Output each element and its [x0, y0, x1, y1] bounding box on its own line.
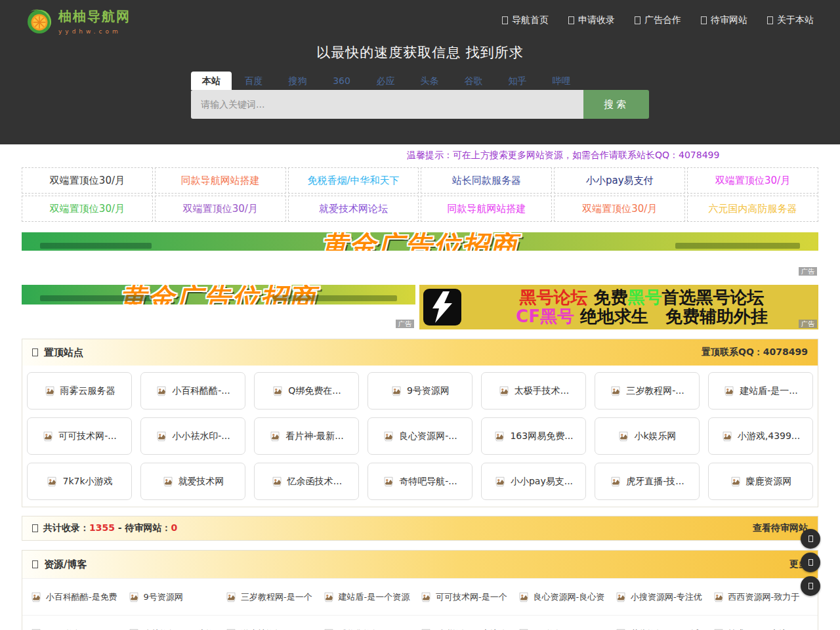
- pinned-site-card-17[interactable]: 忆余函技术...: [254, 463, 359, 500]
- pinned-site-card-14[interactable]: 小游戏,4399...: [708, 417, 813, 455]
- nav-item-label: 申请收录: [578, 14, 615, 26]
- site-name: 良心资源网-...: [399, 430, 457, 442]
- pinned-site-card-8[interactable]: 可可技术网-...: [27, 417, 132, 455]
- ad-link-11[interactable]: 双端置顶位30/月: [554, 196, 685, 222]
- pending-count: 0: [171, 522, 178, 533]
- search-tab-3[interactable]: 搜狗: [276, 72, 320, 90]
- search-tab-1[interactable]: 本站: [191, 72, 232, 90]
- float-button-menu-icon: [808, 583, 813, 589]
- pinned-site-card-16[interactable]: 就爱技术网: [140, 463, 245, 500]
- pinned-site-card-1[interactable]: 雨雾云服务器: [27, 372, 132, 410]
- pinned-site-card-18[interactable]: 奇特吧导航-...: [368, 463, 472, 500]
- logo-title: 柚柚导航网: [58, 8, 131, 26]
- broken-image-icon: [271, 476, 283, 488]
- float-button-contact[interactable]: [801, 553, 820, 572]
- blog-link-2-7[interactable]: 若依资源网_QQ活: [615, 628, 713, 630]
- ad-link-2[interactable]: 同款导航网站搭建: [155, 167, 286, 194]
- ad-link-6[interactable]: 双端置顶位30/月: [687, 167, 818, 194]
- ad-link-3[interactable]: 免税香烟/中华和天下: [288, 167, 419, 194]
- site-header: 柚柚导航网 yydhw.com 导航首页申请收录广告合作待审网站关于本站 以最快…: [0, 0, 840, 144]
- blog-link-1-1[interactable]: 小百科酷酷-是免费: [30, 591, 128, 603]
- blog-link-2-5[interactable]: 胖娣资源网-专注优: [420, 628, 518, 630]
- black-forum-line1: 黑号论坛 免费黑号首选黑号论坛: [468, 288, 816, 307]
- slogan: 以最快的速度获取信息 找到所求: [26, 43, 814, 62]
- blog-link-1-7[interactable]: 小搜资源网-专注优: [615, 591, 713, 603]
- nav-item-2[interactable]: 申请收录: [568, 14, 615, 26]
- search-tabs: 本站百度搜狗360必应头条谷歌知乎哔哩: [191, 72, 649, 90]
- search-tab-7[interactable]: 谷歌: [452, 72, 495, 90]
- nav-item-label: 待审网站: [711, 14, 747, 26]
- blog-rows: 小百科酷酷-是免费9号资源网三岁教程网-是一个建站盾-是一个资源可可技术网-是一…: [22, 578, 818, 630]
- ad-link-5[interactable]: 小小pay易支付: [554, 167, 685, 194]
- ad-link-1[interactable]: 双端置顶位30/月: [22, 167, 153, 194]
- blog-link-1-2[interactable]: 9号资源网: [128, 591, 226, 603]
- nav-item-3[interactable]: 广告合作: [635, 14, 681, 26]
- ad-link-9[interactable]: 就爱技术网论坛: [288, 196, 419, 222]
- blog-link-2-6[interactable]: 9号资源网: [518, 628, 616, 630]
- broken-image-icon: [225, 628, 237, 630]
- ad-link-8[interactable]: 双端置顶位30/月: [155, 196, 286, 222]
- search-input[interactable]: [191, 90, 583, 119]
- nav-item-5[interactable]: 关于本站: [767, 14, 814, 26]
- site-name: 9号资源网: [407, 385, 450, 397]
- banner-wide-strip: 黄金广告位招商: [22, 232, 818, 251]
- site-name: 小小pay易支...: [511, 476, 573, 488]
- broken-image-icon: [128, 628, 140, 630]
- nav-item-label: 关于本站: [777, 14, 814, 26]
- nav-item-4[interactable]: 待审网站: [701, 14, 747, 26]
- pinned-site-card-20[interactable]: 虎牙直播-技...: [595, 463, 700, 500]
- ad-link-12[interactable]: 六元国内高防服务器: [687, 196, 818, 222]
- site-logo[interactable]: 柚柚导航网 yydhw.com: [26, 8, 131, 35]
- blog-link-2-2[interactable]: 小拽资源网-只为资: [128, 628, 226, 630]
- site-name: 小小祛水印-...: [172, 430, 230, 442]
- pinned-site-card-11[interactable]: 良心资源网-...: [368, 417, 472, 455]
- pinned-site-card-5[interactable]: 太极手技术...: [481, 372, 586, 410]
- blog-link-1-8[interactable]: 西西资源网-致力于: [713, 591, 810, 603]
- ad-link-4[interactable]: 站长同款服务器: [421, 167, 552, 194]
- pinned-site-card-19[interactable]: 小小pay易支...: [481, 463, 586, 500]
- pinned-site-card-21[interactable]: 麋鹿资源网: [708, 463, 813, 500]
- blog-link-1-4[interactable]: 建站盾-是一个资源: [323, 591, 421, 603]
- search-tab-4[interactable]: 360: [320, 72, 364, 90]
- search-tab-5[interactable]: 必应: [364, 72, 408, 90]
- blog-link-2-8[interactable]: 技术QQ网-专注QQ: [713, 628, 810, 630]
- nav-item-1[interactable]: 导航首页: [502, 14, 549, 26]
- blog-link-label: 小拽资源网-只为资: [144, 628, 215, 630]
- banner-wide[interactable]: 黄金广告位招商 广告: [22, 232, 818, 277]
- nav-item-icon: [502, 16, 508, 24]
- search-tab-2[interactable]: 百度: [232, 72, 276, 90]
- blog-link-2-3[interactable]: 送来达资源网: [225, 628, 323, 630]
- pinned-site-card-6[interactable]: 三岁教程网-...: [595, 372, 700, 410]
- blog-link-2-1[interactable]: JKUN资源网: [30, 628, 128, 630]
- blog-link-label: 西西资源网-致力于: [728, 591, 800, 603]
- blog-link-1-3[interactable]: 三岁教程网-是一个: [225, 591, 323, 603]
- banner-left[interactable]: 黄金广告位招商 广告: [22, 285, 415, 329]
- blog-link-1-6[interactable]: 良心资源网-良心资: [518, 591, 616, 603]
- banner-black-forum[interactable]: 黑 黑号论坛 免费黑号首选黑号论坛 CF黑号 绝地求生 免费辅助外挂 广告: [419, 285, 818, 329]
- ad-link-7[interactable]: 双端置顶位30/月: [22, 196, 153, 222]
- pinned-site-card-15[interactable]: 7k7k小游戏: [27, 463, 132, 500]
- broken-image-icon: [615, 591, 627, 603]
- pinned-site-card-3[interactable]: Q绑免费在...: [254, 372, 359, 410]
- search-button[interactable]: 搜索: [583, 90, 649, 119]
- ad-link-10[interactable]: 同款导航网站搭建: [421, 196, 552, 222]
- pinned-site-card-4[interactable]: 9号资源网: [368, 372, 472, 410]
- search-tab-6[interactable]: 头条: [408, 72, 452, 90]
- broken-image-icon: [269, 430, 281, 442]
- pinned-site-card-10[interactable]: 看片神-最新...: [254, 417, 359, 455]
- view-pending-link[interactable]: 查看待审网站: [753, 522, 808, 534]
- pinned-site-card-9[interactable]: 小小祛水印-...: [140, 417, 245, 455]
- pinned-site-card-2[interactable]: 小百科酷酷-...: [140, 372, 245, 410]
- nav-item-label: 广告合作: [644, 14, 681, 26]
- stats-text: 共计收录：1355 - 待审网站：0: [43, 522, 177, 534]
- float-button-menu[interactable]: [801, 576, 820, 596]
- search-tab-8[interactable]: 知乎: [495, 72, 539, 90]
- pinned-site-card-7[interactable]: 建站盾-是一...: [708, 372, 813, 410]
- blog-link-label: 良心资源网-良心资: [534, 591, 605, 603]
- blog-link-1-5[interactable]: 可可技术网-是一个: [420, 591, 518, 603]
- blog-link-2-4[interactable]: 爱收集资源: [323, 628, 421, 630]
- pinned-site-card-12[interactable]: 163网易免费...: [481, 417, 586, 455]
- search-tab-9[interactable]: 哔哩: [539, 72, 583, 90]
- pinned-site-card-13[interactable]: 小k娱乐网: [595, 417, 700, 455]
- float-button-top[interactable]: [801, 529, 820, 549]
